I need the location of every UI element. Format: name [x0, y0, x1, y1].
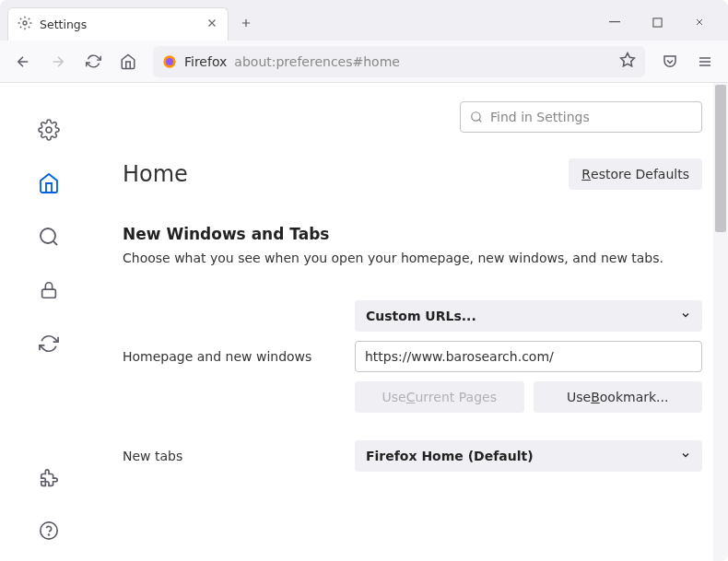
- section-title: New Windows and Tabs: [123, 225, 702, 243]
- svg-rect-2: [652, 18, 661, 26]
- url-text: about:preferences#home: [234, 54, 612, 69]
- maximize-button[interactable]: [636, 7, 678, 37]
- sidebar-item-privacy[interactable]: [35, 276, 63, 304]
- svg-point-6: [46, 127, 52, 133]
- menu-button[interactable]: [689, 46, 721, 77]
- sidebar-item-help[interactable]: [35, 517, 63, 544]
- svg-point-10: [48, 534, 49, 535]
- forward-button[interactable]: [42, 46, 74, 77]
- svg-point-11: [472, 112, 480, 121]
- sidebar: [0, 83, 97, 561]
- svg-point-9: [40, 522, 56, 539]
- newtabs-label: New tabs: [123, 449, 346, 463]
- toolbar: Firefox about:preferences#home: [0, 41, 728, 83]
- firefox-icon: [162, 54, 177, 69]
- close-icon[interactable]: [205, 17, 218, 32]
- url-label: Firefox: [184, 54, 227, 69]
- tab-settings[interactable]: Settings: [7, 7, 229, 41]
- homepage-label: Homepage and new windows: [123, 349, 346, 364]
- use-current-pages-button[interactable]: Use Current Pages: [355, 381, 524, 413]
- sidebar-item-sync[interactable]: [35, 330, 63, 357]
- svg-marker-5: [621, 53, 635, 66]
- search-placeholder: Find in Settings: [490, 110, 590, 124]
- url-bar[interactable]: Firefox about:preferences#home: [153, 46, 645, 77]
- chevron-down-icon: [680, 309, 691, 323]
- pocket-button[interactable]: [654, 46, 686, 77]
- sidebar-item-search[interactable]: [35, 223, 63, 251]
- restore-defaults-button[interactable]: Restore Defaults: [569, 158, 702, 190]
- reload-button[interactable]: [77, 46, 109, 77]
- minimize-button[interactable]: [593, 7, 636, 37]
- main-content: Find in Settings Home Restore Defaults N…: [97, 83, 728, 561]
- tab-title: Settings: [40, 18, 198, 31]
- svg-rect-8: [41, 289, 55, 298]
- sidebar-item-extensions[interactable]: [35, 465, 63, 493]
- star-icon[interactable]: [619, 52, 636, 71]
- section-description: Choose what you see when you open your h…: [123, 251, 702, 265]
- close-window-button[interactable]: [678, 7, 721, 37]
- tab-bar: Settings: [0, 0, 728, 41]
- newtabs-dropdown[interactable]: Firefox Home (Default): [355, 440, 702, 472]
- svg-point-4: [166, 58, 173, 65]
- svg-point-0: [23, 21, 27, 25]
- sidebar-item-general[interactable]: [35, 116, 63, 144]
- gear-icon: [18, 16, 32, 33]
- page-title: Home: [123, 161, 188, 187]
- back-button[interactable]: [7, 46, 39, 77]
- svg-point-7: [41, 228, 55, 243]
- svg-rect-1: [609, 21, 620, 22]
- new-tab-button[interactable]: [232, 9, 260, 37]
- sidebar-item-home[interactable]: [35, 169, 63, 197]
- homepage-dropdown[interactable]: Custom URLs...: [355, 300, 702, 332]
- chevron-down-icon: [680, 449, 691, 463]
- homepage-url-input[interactable]: [355, 341, 702, 372]
- home-button[interactable]: [112, 46, 144, 77]
- search-settings-input[interactable]: Find in Settings: [460, 101, 702, 133]
- use-bookmark-button[interactable]: Use Bookmark...: [534, 381, 703, 413]
